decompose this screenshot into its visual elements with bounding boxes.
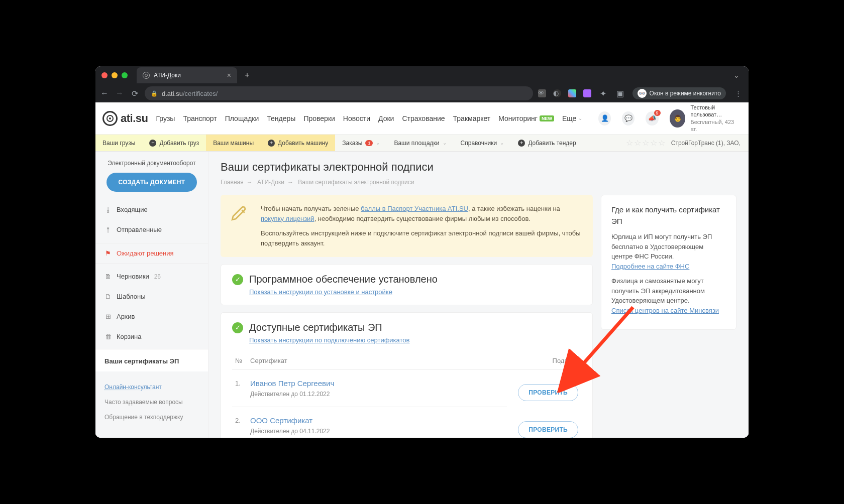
main-menu: Грузы Транспорт Площадки Тендеры Проверк… xyxy=(156,114,582,122)
subnav-add-tender[interactable]: +Добавить тендер xyxy=(511,135,583,151)
menu-item[interactable]: Проверки xyxy=(303,114,335,122)
table-row: 2. ООО Сертификат ПРОВЕРИТЬ xyxy=(232,407,581,426)
chevron-down-icon: ⌄ xyxy=(500,140,504,146)
browser-chrome: АТИ-Доки × + ⌄ ← → ⟳ 🔒 d.ati.su/certific… xyxy=(95,66,749,102)
show-install-instructions-link[interactable]: Показать инструкции по установке и настр… xyxy=(249,288,392,296)
chevron-down-icon: ⌄ xyxy=(376,140,380,146)
panel-icon[interactable]: ▣ xyxy=(615,88,625,98)
chevron-down-icon: ⌄ xyxy=(443,140,447,146)
subnav-platforms[interactable]: Ваши площадки ⌄ xyxy=(387,135,453,151)
sidebar-item-templates[interactable]: 🗋Шаблоны xyxy=(95,287,208,307)
crumb[interactable]: АТИ-Доки xyxy=(257,179,284,186)
menu-item[interactable]: Страхование xyxy=(402,114,445,122)
chevron-down-icon: ⌄ xyxy=(578,115,582,121)
menu-item[interactable]: Тендеры xyxy=(267,114,295,122)
back-button[interactable]: ← xyxy=(99,88,110,98)
favicon-icon xyxy=(143,72,150,79)
upload-icon: ⭱ xyxy=(104,226,112,233)
subnav-refs[interactable]: Справочники ⌄ xyxy=(454,135,511,151)
software-card: ✓ Программное обеспечение установлено По… xyxy=(221,264,593,305)
subnav-orders[interactable]: Заказы 1 ⌄ xyxy=(335,135,387,151)
forward-button[interactable]: → xyxy=(115,88,125,98)
sidebar-link-faq[interactable]: Часто задаваемые вопросы xyxy=(104,395,199,410)
reload-button[interactable]: ⟳ xyxy=(130,88,140,98)
crumb[interactable]: Главная xyxy=(221,179,244,186)
col-number: № xyxy=(232,352,247,370)
create-document-button[interactable]: СОЗДАТЬ ДОКУМЕНТ xyxy=(107,173,197,192)
sidebar-item-sent[interactable]: ⭱Отправленные xyxy=(95,220,208,240)
menu-item[interactable]: Транспорт xyxy=(183,114,217,122)
info-banner: Чтобы начать получать зеленые баллы в Па… xyxy=(221,195,593,257)
sidebar-link-consultant[interactable]: Онлайн-консультант xyxy=(104,384,162,391)
drafts-count: 26 xyxy=(154,273,161,280)
sidebar-item-certificates[interactable]: Ваши сертификаты ЭП xyxy=(95,349,208,371)
menu-item[interactable]: Мониторинг NEW xyxy=(498,114,554,122)
plus-icon: + xyxy=(268,140,275,147)
menu-item[interactable]: Тракмаркет xyxy=(453,114,491,122)
main-header: ati.su Грузы Транспорт Площадки Тендеры … xyxy=(95,102,749,135)
show-cert-instructions-link[interactable]: Показать инструкции по подключению серти… xyxy=(249,336,409,344)
banner-link-license[interactable]: покупку лицензий xyxy=(261,215,314,222)
certificates-table: № Сертификат Подпись 1. Иванов Петр Серг… xyxy=(232,352,581,438)
plus-icon: + xyxy=(518,140,525,147)
cert-name-link[interactable]: Иванов Петр Сергеевич xyxy=(250,379,504,388)
verify-button[interactable]: ПРОВЕРИТЬ xyxy=(518,384,578,401)
extension-icons: 👁 ◐ ✦ ▣ 👓 Окон в режиме инкогнито ⋮ xyxy=(538,87,745,99)
verify-button[interactable]: ПРОВЕРИТЬ xyxy=(518,421,578,438)
trash-icon: 🗑 xyxy=(104,333,112,340)
cert-name-link[interactable]: ООО Сертификат xyxy=(250,416,504,425)
ext-icon[interactable]: ◐ xyxy=(553,89,561,97)
archive-icon: ⊞ xyxy=(104,313,112,320)
menu-item[interactable]: Новости xyxy=(343,114,370,122)
col-signature: Подпись xyxy=(507,352,581,370)
notifications-icon[interactable]: 📣 xyxy=(646,111,658,125)
check-icon: ✓ xyxy=(232,274,243,285)
file-icon: 🗎 xyxy=(104,273,112,280)
card-title: Программное обеспечение установлено xyxy=(249,274,438,285)
subnav-item[interactable]: Ваши грузы xyxy=(95,135,142,151)
banner-link-passport[interactable]: баллы в Паспорт Участника ATI.SU xyxy=(361,205,468,212)
company-name[interactable]: СтройГорТранс (1), ЗАО, xyxy=(671,140,749,147)
user-menu[interactable]: 👨 Тестовый пользоват… Бесплатный, 423 ат… xyxy=(670,104,742,133)
menu-item[interactable]: Грузы xyxy=(156,114,175,122)
close-window-icon[interactable] xyxy=(101,72,108,78)
browser-menu-icon[interactable]: ⋮ xyxy=(733,90,745,97)
subnav-add-vehicle[interactable]: +Добавить машину xyxy=(261,135,335,151)
menu-more[interactable]: Еще ⌄ xyxy=(562,114,583,122)
aside-link-minsvyaz[interactable]: Список центров на сайте Минсвязи xyxy=(611,307,719,314)
browser-window: АТИ-Доки × + ⌄ ← → ⟳ 🔒 d.ati.su/certific… xyxy=(95,66,749,438)
menu-item[interactable]: Доки xyxy=(378,114,394,122)
sidebar-item-pending[interactable]: ⚑Ожидают решения xyxy=(95,243,208,264)
sidebar-item-inbox[interactable]: ⭳Входящие xyxy=(95,200,208,220)
ext-icon[interactable] xyxy=(568,89,576,97)
site-logo[interactable]: ati.su xyxy=(102,111,148,126)
ext-icon[interactable]: 👁 xyxy=(538,89,546,97)
chat-icon[interactable]: 💬 xyxy=(622,111,635,125)
new-tab-button[interactable]: + xyxy=(241,69,253,81)
menu-item[interactable]: Площадки xyxy=(225,114,259,122)
flag-icon: ⚑ xyxy=(104,249,112,257)
maximize-window-icon[interactable] xyxy=(122,72,128,78)
extensions-icon[interactable]: ✦ xyxy=(598,88,608,98)
sub-nav: Ваши грузы +Добавить груз Ваши машины +Д… xyxy=(95,135,749,152)
ext-icon[interactable] xyxy=(583,89,591,97)
subnav-add-cargo[interactable]: +Добавить груз xyxy=(142,135,206,151)
sidebar-item-drafts[interactable]: 🗎Черновики 26 xyxy=(95,267,208,287)
incognito-badge: 👓 Окон в режиме инкогнито xyxy=(632,87,726,99)
browser-tab[interactable]: АТИ-Доки × xyxy=(137,67,237,83)
url-path: /certificates/ xyxy=(183,90,218,97)
profile-icon[interactable]: 👤 xyxy=(598,111,611,125)
page-content: ati.su Грузы Транспорт Площадки Тендеры … xyxy=(95,102,749,438)
aside-link-fns[interactable]: Подробнее на сайте ФНС xyxy=(611,263,689,270)
close-tab-icon[interactable]: × xyxy=(227,71,231,79)
sidebar-item-archive[interactable]: ⊞Архив xyxy=(95,307,208,327)
minimize-window-icon[interactable] xyxy=(112,72,118,78)
tabs-dropdown-icon[interactable]: ⌄ xyxy=(733,71,743,79)
sidebar-item-trash[interactable]: 🗑Корзина xyxy=(95,327,208,347)
address-bar[interactable]: 🔒 d.ati.su/certificates/ xyxy=(145,86,533,100)
sidebar-link-support[interactable]: Обращение в техподдержку xyxy=(104,410,199,425)
aside-help-card: Где и как получить сертификат ЭП Юрлица … xyxy=(601,195,736,330)
window-controls[interactable] xyxy=(101,72,128,78)
user-plan: Бесплатный, 423 ат. xyxy=(690,118,742,133)
subnav-item[interactable]: Ваши машины xyxy=(206,135,261,151)
